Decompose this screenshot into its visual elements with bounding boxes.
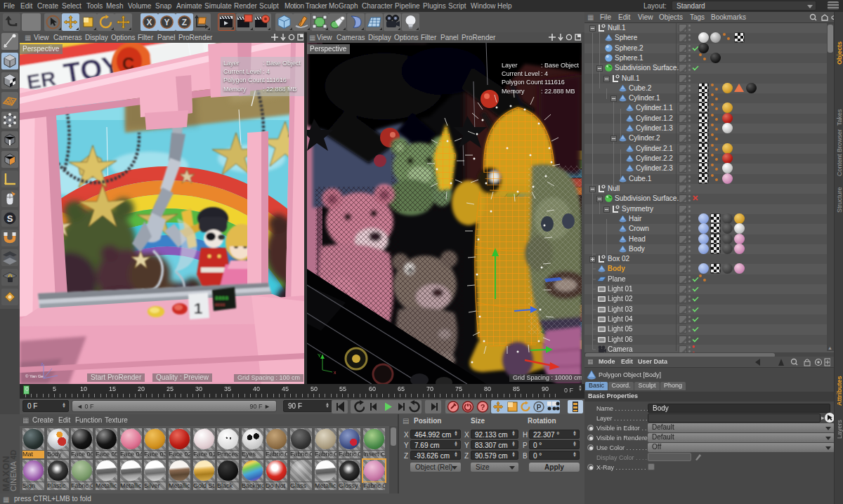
svg-text:8888: 8888 — [215, 303, 226, 307]
svg-text:1: 1 — [194, 300, 202, 317]
svg-text:P: P — [537, 404, 542, 411]
svg-text:S: S — [7, 213, 13, 224]
svg-text:?: ? — [481, 403, 485, 411]
svg-text:Y: Y — [164, 18, 169, 27]
svg-text:X: X — [146, 18, 152, 27]
svg-text:8888: 8888 — [215, 295, 228, 301]
svg-text:z: z — [41, 362, 44, 366]
svg-text:x: x — [334, 370, 336, 374]
svg-text:Y: Y — [318, 353, 321, 358]
svg-text:Z: Z — [182, 18, 187, 27]
